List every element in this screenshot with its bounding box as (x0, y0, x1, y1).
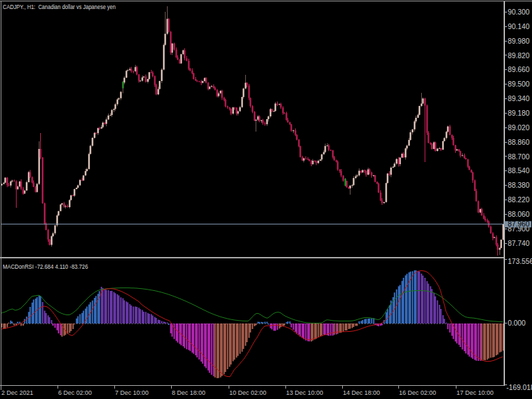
svg-text:14 Dec 18:00: 14 Dec 18:00 (343, 389, 380, 396)
svg-text:173.556: 173.556 (508, 258, 532, 265)
svg-text:0.000: 0.000 (508, 319, 526, 327)
svg-text:13 Dec 10:00: 13 Dec 10:00 (286, 389, 323, 396)
svg-text:8 Dec 18:00: 8 Dec 18:00 (172, 389, 206, 396)
svg-text:16 Dec 02:00: 16 Dec 02:00 (399, 389, 436, 396)
svg-text:17 Dec 10:00: 17 Dec 10:00 (456, 389, 494, 396)
svg-text:87.740: 87.740 (508, 240, 530, 247)
svg-text:MACDonRSI -72.684 4.110 -83.72: MACDonRSI -72.684 4.110 -83.726 (3, 263, 88, 270)
svg-text:90.140: 90.140 (508, 23, 530, 30)
svg-text:7 Dec 10:00: 7 Dec 10:00 (115, 389, 149, 396)
svg-text:CADJPY., H1: Canadian dollar: CADJPY., H1: Canadian dollar vs Japanese… (3, 3, 116, 10)
svg-text:89.020: 89.020 (508, 124, 530, 132)
svg-text:89.180: 89.180 (508, 109, 530, 117)
svg-text:90.300: 90.300 (508, 8, 530, 16)
svg-text:89.660: 89.660 (508, 66, 530, 73)
svg-text:88.700: 88.700 (508, 153, 530, 161)
svg-text:-169.018: -169.018 (506, 384, 532, 391)
svg-text:88.060: 88.060 (508, 211, 530, 218)
svg-text:87.960: 87.960 (508, 220, 530, 228)
svg-text:88.220: 88.220 (508, 196, 530, 204)
svg-text:89.500: 89.500 (508, 80, 530, 88)
svg-text:88.860: 88.860 (508, 139, 530, 146)
svg-text:2 Dec 2021: 2 Dec 2021 (1, 389, 33, 396)
svg-text:89.820: 89.820 (508, 52, 530, 60)
svg-text:88.540: 88.540 (508, 167, 530, 175)
svg-text:89.980: 89.980 (508, 37, 530, 45)
svg-text:10 Dec 02:00: 10 Dec 02:00 (229, 389, 267, 396)
svg-text:89.340: 89.340 (508, 95, 530, 103)
svg-text:88.380: 88.380 (508, 181, 530, 189)
svg-text:6 Dec 02:00: 6 Dec 02:00 (58, 389, 92, 396)
